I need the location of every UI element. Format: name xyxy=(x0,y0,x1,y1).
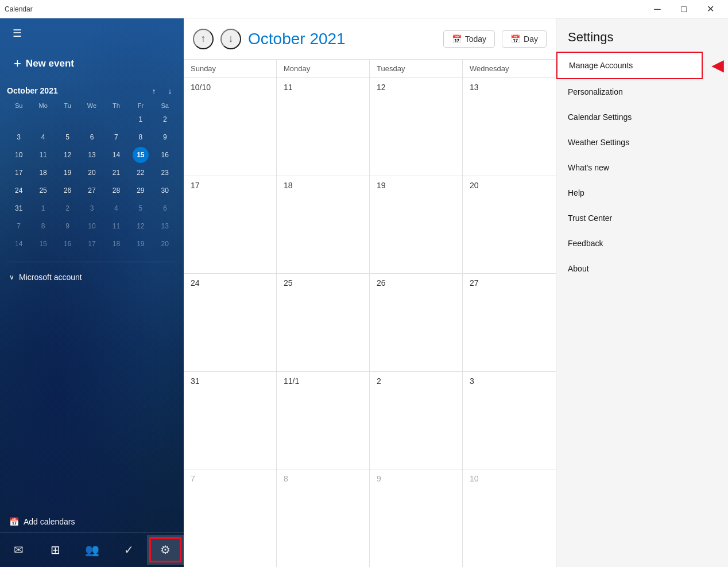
calendar-cell[interactable]: 31 xyxy=(184,372,277,469)
mini-cal-cell[interactable]: 14 xyxy=(11,236,27,252)
settings-item-about[interactable]: About xyxy=(556,256,728,281)
mini-cal-cell[interactable]: 4 xyxy=(108,200,124,216)
mini-cal-cell[interactable]: 12 xyxy=(60,147,76,163)
mini-cal-cell[interactable]: 9 xyxy=(157,129,173,145)
mini-cal-cell[interactable]: 13 xyxy=(84,147,100,163)
mini-cal-cell[interactable]: 8 xyxy=(35,218,51,234)
mini-cal-cell[interactable]: 15 xyxy=(35,236,51,252)
mini-cal-cell[interactable]: 8 xyxy=(133,129,149,145)
settings-item-weather-settings[interactable]: Weather Settings xyxy=(556,130,728,155)
mini-cal-cell[interactable] xyxy=(11,111,27,127)
mini-cal-cell[interactable]: 21 xyxy=(108,165,124,181)
calendar-cell[interactable]: 13 xyxy=(463,78,556,176)
mini-cal-cell[interactable]: 9 xyxy=(60,218,76,234)
mini-cal-cell[interactable]: 6 xyxy=(157,200,173,216)
mini-cal-cell[interactable]: 3 xyxy=(11,129,27,145)
calendar-cell[interactable]: 9 xyxy=(370,469,463,567)
mini-cal-cell[interactable]: 5 xyxy=(133,200,149,216)
hamburger-button[interactable]: ☰ xyxy=(7,23,28,44)
mini-cal-cell[interactable] xyxy=(108,111,124,127)
mini-cal-cell[interactable]: 12 xyxy=(133,218,149,234)
calendar-cell[interactable]: 20 xyxy=(463,176,556,274)
mini-cal-cell[interactable]: 15 xyxy=(133,147,149,163)
mini-cal-next-button[interactable]: ↓ xyxy=(163,84,177,98)
mini-cal-cell[interactable]: 7 xyxy=(108,129,124,145)
minimize-button[interactable]: ─ xyxy=(644,0,671,18)
calendar-cell[interactable]: 8 xyxy=(277,469,370,567)
mini-cal-cell[interactable]: 1 xyxy=(35,200,51,216)
calendar-cell[interactable]: 18 xyxy=(277,176,370,274)
mini-cal-cell[interactable]: 26 xyxy=(60,182,76,199)
calendar-cell[interactable]: 19 xyxy=(370,176,463,274)
mini-cal-cell[interactable]: 18 xyxy=(35,165,51,181)
mini-cal-cell[interactable]: 10 xyxy=(84,218,100,234)
calendar-cell[interactable]: 7 xyxy=(184,469,277,567)
settings-item-what's-new[interactable]: What's new xyxy=(556,155,728,180)
mini-cal-cell[interactable]: 5 xyxy=(60,129,76,145)
mini-cal-cell[interactable]: 25 xyxy=(35,182,51,199)
mini-cal-cell[interactable] xyxy=(84,111,100,127)
calendar-cell[interactable]: 24 xyxy=(184,274,277,371)
mini-cal-cell[interactable]: 28 xyxy=(108,182,124,199)
mini-cal-cell[interactable]: 29 xyxy=(133,182,149,199)
mini-cal-cell[interactable]: 30 xyxy=(157,182,173,199)
mini-cal-cell[interactable]: 1 xyxy=(133,111,149,127)
mini-cal-cell[interactable]: 19 xyxy=(60,165,76,181)
cal-next-button[interactable]: ↓ xyxy=(220,29,241,49)
mini-cal-cell[interactable]: 17 xyxy=(84,236,100,252)
mini-cal-cell[interactable]: 31 xyxy=(11,200,27,216)
mini-cal-cell[interactable]: 20 xyxy=(84,165,100,181)
maximize-button[interactable]: □ xyxy=(671,0,697,18)
mini-cal-cell[interactable]: 6 xyxy=(84,129,100,145)
mini-cal-cell[interactable]: 22 xyxy=(133,165,149,181)
mini-cal-cell[interactable] xyxy=(60,111,76,127)
mini-cal-cell[interactable]: 11 xyxy=(35,147,51,163)
mini-cal-cell[interactable]: 3 xyxy=(84,200,100,216)
calendar-cell[interactable]: 27 xyxy=(463,274,556,371)
calendar-cell[interactable]: 11/1 xyxy=(277,372,370,469)
mini-cal-cell[interactable]: 23 xyxy=(157,165,173,181)
today-button[interactable]: 📅 Today xyxy=(443,30,495,48)
settings-nav-button[interactable]: ⚙ xyxy=(147,535,184,565)
calendar-cell[interactable]: 10 xyxy=(463,469,556,567)
calendar-nav-button[interactable]: ⊞ xyxy=(37,535,73,565)
calendar-cell[interactable]: 2 xyxy=(370,372,463,469)
mini-cal-cell[interactable]: 16 xyxy=(60,236,76,252)
mini-cal-cell[interactable]: 2 xyxy=(60,200,76,216)
settings-manage-accounts-item[interactable]: Manage Accounts xyxy=(556,52,703,79)
mini-cal-cell[interactable]: 17 xyxy=(11,165,27,181)
mini-cal-cell[interactable]: 20 xyxy=(157,236,173,252)
mini-cal-cell[interactable]: 4 xyxy=(35,129,51,145)
calendar-cell[interactable]: 10/10 xyxy=(184,78,277,176)
mini-cal-cell[interactable]: 18 xyxy=(108,236,124,252)
calendar-cell[interactable]: 17 xyxy=(184,176,277,274)
mini-cal-cell[interactable]: 7 xyxy=(11,218,27,234)
mini-cal-cell[interactable]: 11 xyxy=(108,218,124,234)
calendar-cell[interactable]: 25 xyxy=(277,274,370,371)
day-view-button[interactable]: 📅 Day xyxy=(502,30,547,48)
add-calendars-button[interactable]: 📅 Add calendars xyxy=(0,511,184,532)
mini-cal-prev-button[interactable]: ↑ xyxy=(147,84,161,98)
mini-cal-cell[interactable] xyxy=(35,111,51,127)
mini-cal-cell[interactable]: 14 xyxy=(108,147,124,163)
calendar-cell[interactable]: 12 xyxy=(370,78,463,176)
close-button[interactable]: ✕ xyxy=(697,0,723,18)
calendar-cell[interactable]: 3 xyxy=(463,372,556,469)
microsoft-account-item[interactable]: ∨ Microsoft account xyxy=(0,267,184,288)
settings-item-help[interactable]: Help xyxy=(556,180,728,205)
mini-cal-cell[interactable]: 27 xyxy=(84,182,100,199)
mini-cal-cell[interactable]: 2 xyxy=(157,111,173,127)
calendar-cell[interactable]: 26 xyxy=(370,274,463,371)
tasks-nav-button[interactable]: ✓ xyxy=(110,535,147,565)
mini-cal-cell[interactable]: 16 xyxy=(157,147,173,163)
settings-item-trust-center[interactable]: Trust Center xyxy=(556,205,728,231)
settings-item-calendar-settings[interactable]: Calendar Settings xyxy=(556,104,728,130)
new-event-button[interactable]: + New event xyxy=(5,51,179,77)
mini-cal-cell[interactable]: 19 xyxy=(133,236,149,252)
mail-nav-button[interactable]: ✉ xyxy=(0,535,37,565)
mini-cal-cell[interactable]: 13 xyxy=(157,218,173,234)
settings-item-feedback[interactable]: Feedback xyxy=(556,231,728,256)
mini-cal-cell[interactable]: 24 xyxy=(11,182,27,199)
settings-item-personalization[interactable]: Personalization xyxy=(556,79,728,104)
cal-prev-button[interactable]: ↑ xyxy=(193,29,214,49)
